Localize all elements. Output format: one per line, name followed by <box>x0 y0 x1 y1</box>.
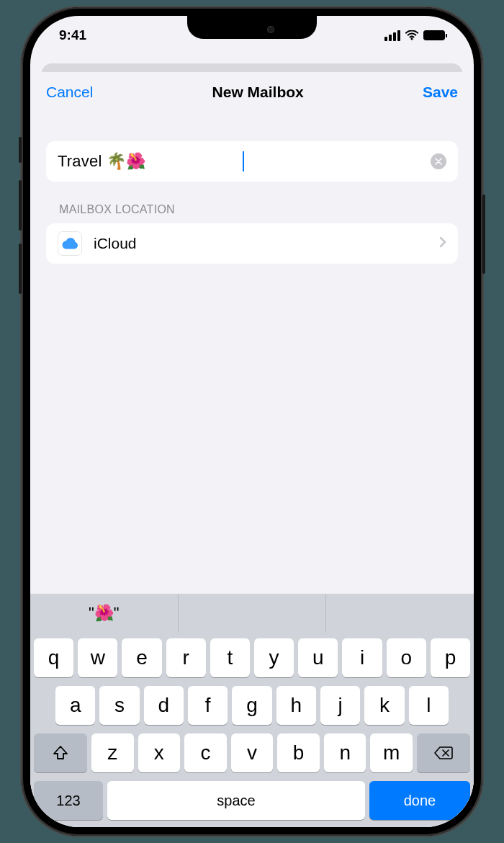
nav-bar: Cancel New Mailbox Save <box>30 72 474 112</box>
key-o[interactable]: o <box>387 638 426 677</box>
key-y[interactable]: y <box>254 638 294 677</box>
modal-sheet: Cancel New Mailbox Save Travel 🌴🌺 MAILBO… <box>30 72 474 827</box>
save-button[interactable]: Save <box>423 84 458 101</box>
backspace-icon <box>433 746 454 760</box>
key-k[interactable]: k <box>364 686 404 725</box>
key-j[interactable]: j <box>320 686 360 725</box>
key-done[interactable]: done <box>369 781 470 820</box>
suggestion-1[interactable]: "🌺" <box>30 594 179 633</box>
key-backspace[interactable] <box>417 733 470 772</box>
suggestion-2[interactable] <box>179 594 327 633</box>
key-space[interactable]: space <box>107 781 365 820</box>
key-t[interactable]: t <box>210 638 250 677</box>
key-numbers[interactable]: 123 <box>34 781 103 820</box>
clear-input-button[interactable] <box>431 153 446 169</box>
icloud-icon <box>58 231 82 256</box>
keyboard: "🌺" q w e r t y u i <box>30 594 474 827</box>
cellular-signal-icon <box>384 30 400 41</box>
key-s[interactable]: s <box>99 686 139 725</box>
device-notch <box>187 16 317 39</box>
key-m[interactable]: m <box>370 733 413 772</box>
key-d[interactable]: d <box>144 686 184 725</box>
key-q[interactable]: q <box>34 638 73 677</box>
key-p[interactable]: p <box>431 638 470 677</box>
key-v[interactable]: v <box>231 733 274 772</box>
mailbox-location-cell[interactable]: iCloud <box>46 223 458 264</box>
page-title: New Mailbox <box>212 84 304 101</box>
key-z[interactable]: z <box>91 733 134 772</box>
mailbox-name-cell[interactable]: Travel 🌴🌺 <box>46 141 458 182</box>
key-a[interactable]: a <box>55 686 95 725</box>
key-b[interactable]: b <box>277 733 320 772</box>
mailbox-name-input[interactable]: Travel 🌴🌺 <box>58 152 244 171</box>
key-g[interactable]: g <box>232 686 271 725</box>
wifi-icon <box>405 30 419 41</box>
status-time: 9:41 <box>59 27 86 43</box>
battery-icon <box>423 30 445 40</box>
key-x[interactable]: x <box>138 733 181 772</box>
suggestion-3[interactable] <box>326 594 474 633</box>
key-i[interactable]: i <box>342 638 382 677</box>
status-icons <box>384 30 445 41</box>
key-c[interactable]: c <box>184 733 227 772</box>
suggestion-bar: "🌺" <box>30 594 474 633</box>
key-n[interactable]: n <box>324 733 366 772</box>
chevron-right-icon <box>439 236 446 251</box>
key-u[interactable]: u <box>298 638 338 677</box>
shift-icon <box>52 744 69 762</box>
mailbox-location-label: iCloud <box>94 235 439 252</box>
cancel-button[interactable]: Cancel <box>46 84 93 101</box>
key-e[interactable]: e <box>122 638 161 677</box>
mailbox-location-header: MAILBOX LOCATION <box>59 203 458 216</box>
key-w[interactable]: w <box>78 638 117 677</box>
clear-icon <box>435 158 442 165</box>
key-r[interactable]: r <box>166 638 206 677</box>
key-l[interactable]: l <box>409 686 449 725</box>
key-h[interactable]: h <box>276 686 316 725</box>
key-f[interactable]: f <box>188 686 228 725</box>
text-cursor <box>243 151 244 171</box>
key-shift[interactable] <box>34 733 87 772</box>
